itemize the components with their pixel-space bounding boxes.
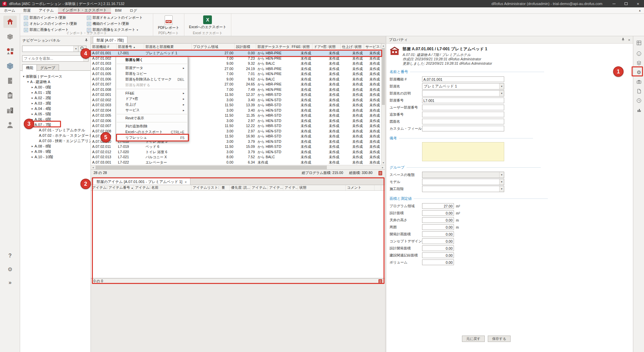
- tree-item[interactable]: ▸A.00 - 0階: [20, 84, 91, 90]
- context-menu-item[interactable]: 部屋データ▸: [116, 65, 188, 71]
- menu-tab[interactable]: アイテム: [35, 7, 58, 13]
- tree-expander-icon[interactable]: ▸: [30, 155, 35, 159]
- items-module-icon[interactable]: [3, 31, 17, 43]
- property-input[interactable]: [422, 76, 504, 82]
- history-icon[interactable]: [635, 97, 643, 105]
- rooms-module-icon[interactable]: [3, 16, 17, 28]
- room-row[interactable]: A.07.03.001L7-022エレベーター0.006.34未作成未作成未作成…: [91, 160, 381, 165]
- scrollbar-thumb[interactable]: [96, 166, 327, 169]
- doors-module-icon[interactable]: [3, 75, 17, 87]
- save-button[interactable]: 保存する: [488, 336, 511, 342]
- column-header[interactable]: FF&E: 状態: [290, 44, 312, 50]
- property-input[interactable]: [422, 98, 504, 103]
- room-row[interactable]: A.07.02.011L7-019ベッド 611.5015.09から HBR-S…: [91, 144, 381, 150]
- pin-icon[interactable]: [621, 38, 625, 42]
- column-header[interactable]: 部屋番号▲: [117, 44, 144, 50]
- tree-expander-icon[interactable]: ▸: [30, 102, 35, 105]
- tab-rooms[interactable]: 部屋 [A.07 - 7階]: [93, 36, 127, 43]
- context-menu-item[interactable]: Revitで表示: [116, 115, 188, 121]
- tree-item[interactable]: ▸A.04 - 4階: [20, 106, 91, 111]
- column-header[interactable]: アイテ...: [283, 185, 298, 190]
- tree-item[interactable]: ▸A.10 - 10階: [20, 154, 91, 160]
- context-menu-item[interactable]: FF&E▸: [116, 90, 188, 96]
- rooms-vertical-scrollbar[interactable]: ▴ ▾: [381, 44, 385, 165]
- menu-tab[interactable]: ログ: [125, 7, 141, 13]
- column-header[interactable]: 状態: [298, 185, 346, 190]
- property-combo[interactable]: ▾: [422, 172, 504, 178]
- property-input[interactable]: [422, 259, 454, 265]
- column-header[interactable]: 量: [220, 185, 230, 190]
- close-panel-icon[interactable]: ×: [628, 38, 630, 42]
- add-filter-dropdown[interactable]: フィルタを追加... ▾: [22, 55, 89, 62]
- column-header[interactable]: 部屋データステータス: [256, 44, 290, 50]
- tree-item[interactable]: ▸A.01 - 1階: [20, 90, 91, 95]
- property-input[interactable]: [422, 105, 504, 110]
- property-input[interactable]: [422, 210, 454, 216]
- tree-item[interactable]: A.07.03 - 技術・エンジニアリング: [20, 138, 91, 143]
- reports-module-icon[interactable]: [3, 90, 17, 102]
- scrollbar-thumb[interactable]: [382, 48, 385, 105]
- document-icon[interactable]: [635, 87, 643, 95]
- rooms-horizontal-scrollbar[interactable]: ◂ ▸: [91, 165, 385, 169]
- column-header[interactable]: 仕上げ: 状態: [341, 44, 364, 50]
- menu-tab[interactable]: インポート・エクスポート: [58, 7, 111, 13]
- column-header[interactable]: アイテム: アイテム番号▲: [91, 185, 134, 190]
- tree-item[interactable]: ▸A.09 - 9階: [20, 149, 91, 154]
- chart-icon[interactable]: [635, 106, 643, 114]
- context-menu-item[interactable]: 列の追加/削除: [116, 123, 188, 129]
- column-header[interactable]: アイテムリスト: 名前: [191, 185, 220, 190]
- maximize-button[interactable]: [620, 0, 632, 7]
- tree-expander-icon[interactable]: ▸: [30, 107, 35, 110]
- occurrences-module-icon[interactable]: [3, 45, 17, 57]
- close-window-button[interactable]: ×: [632, 0, 644, 7]
- column-header[interactable]: アイテ...: [268, 185, 283, 190]
- context-menu-item[interactable]: ドア+窓▸: [116, 96, 188, 102]
- users-module-icon[interactable]: [3, 119, 17, 131]
- settings-icon[interactable]: ⚙: [3, 263, 17, 275]
- property-combo[interactable]: ▾: [422, 90, 504, 97]
- menu-tab[interactable]: ホーム: [0, 7, 19, 13]
- property-input[interactable]: [422, 126, 504, 131]
- column-header[interactable]: 優先度: 説...: [230, 185, 250, 190]
- layout-grid-icon[interactable]: [635, 39, 643, 47]
- ribbon-button[interactable]: 部屋ドキュメントのインポート: [86, 15, 150, 21]
- room-row[interactable]: A.07.02.012L7-020トイレ 浴室 63.003.79から HEN-…: [91, 150, 381, 155]
- property-input[interactable]: [422, 119, 504, 124]
- column-header[interactable]: プログラム領域: [192, 44, 235, 50]
- context-menu-item[interactable]: 部屋をコピー: [116, 71, 188, 76]
- column-header[interactable]: 部屋名と部屋概要: [144, 44, 192, 50]
- dropdown-arrow-icon[interactable]: ▾: [73, 46, 78, 52]
- gear-icon[interactable]: ⚙: [635, 68, 643, 76]
- menu-tab[interactable]: 部屋: [19, 7, 35, 13]
- layers-icon[interactable]: [635, 59, 643, 67]
- property-input[interactable]: [422, 224, 454, 230]
- revert-button[interactable]: 元に戻す: [462, 336, 485, 342]
- tree-expander-icon[interactable]: ▸: [30, 150, 35, 153]
- tree-expander-icon[interactable]: ▾: [26, 80, 30, 83]
- tree-expander-icon[interactable]: ▾: [21, 75, 26, 78]
- ribbon-button[interactable]: 機能のインポート/更新: [86, 21, 150, 27]
- room-row[interactable]: A.07.01.001L7-001プレミアムベッド 127.000.00から H…: [91, 51, 381, 56]
- search-input[interactable]: ▾: [22, 46, 78, 52]
- column-header[interactable]: 設計面積: [235, 44, 256, 50]
- menu-tab[interactable]: BIM: [111, 7, 126, 13]
- property-combo[interactable]: ▾: [422, 186, 504, 192]
- property-input[interactable]: [422, 238, 454, 244]
- context-menu-item[interactable]: サービス▸: [116, 107, 188, 113]
- column-header[interactable]: サービス: 状態: [364, 44, 381, 50]
- ribbon-button[interactable]: オカレンスのインポート/更新: [23, 21, 84, 27]
- context-menu-item[interactable]: 仕上げ▸: [116, 102, 188, 107]
- tree-item[interactable]: ▸A.02 - 2階: [20, 95, 91, 101]
- notes-textarea[interactable]: [422, 142, 504, 161]
- tree-item[interactable]: ▸A.08 - 8階: [20, 143, 91, 149]
- models-module-icon[interactable]: [3, 60, 17, 72]
- column-header[interactable]: [374, 185, 381, 190]
- property-input[interactable]: [422, 217, 454, 223]
- tree-item[interactable]: ▸A.05 - 5階: [20, 111, 91, 117]
- column-header[interactable]: 部屋機能 #: [91, 44, 117, 50]
- nav-tab-機能[interactable]: 機能: [22, 64, 37, 71]
- tab-room-items[interactable]: 部屋のアイテム [A.07.01.001 - プレミアムベッド 1] ×: [93, 178, 190, 185]
- column-header[interactable]: ドア+窓: 状態: [312, 44, 341, 50]
- tree-expander-icon[interactable]: ▸: [30, 91, 35, 94]
- column-header[interactable]: アイテム: 名前: [134, 185, 191, 190]
